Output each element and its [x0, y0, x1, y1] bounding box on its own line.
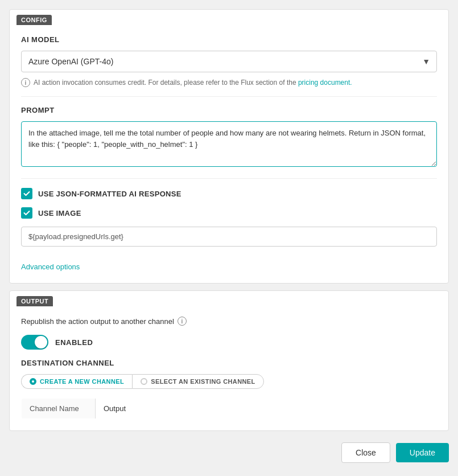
use-json-checkbox[interactable]: [21, 188, 32, 199]
ai-model-select-wrapper: Azure OpenAI (GPT-4o) ▼: [21, 51, 437, 72]
prompt-title: PROMPT: [21, 106, 437, 114]
config-tag: CONFIG: [16, 15, 52, 25]
radio-dot-existing: [141, 378, 147, 385]
ai-model-title: AI MODEL: [21, 35, 437, 44]
output-tag: OUTPUT: [16, 296, 53, 306]
radio-create-label: CREATE A NEW CHANNEL: [40, 378, 124, 385]
bottom-bar: Close Update: [9, 438, 449, 465]
update-button[interactable]: Update: [396, 443, 449, 462]
use-json-row: USE JSON-FORMATTED AI RESPONSE: [21, 188, 437, 199]
info-text: AI action invocation consumes credit. Fo…: [34, 79, 352, 87]
use-image-label: USE IMAGE: [38, 209, 81, 218]
toggle-knob: [35, 336, 47, 348]
destination-channel-title: DESTINATION CHANNEL: [21, 359, 437, 367]
republish-row: Republish the action output to another c…: [21, 317, 437, 326]
config-card: CONFIG AI MODEL Azure OpenAI (GPT-4o) ▼ …: [9, 9, 449, 284]
enabled-toggle[interactable]: [21, 335, 48, 350]
channel-name-value[interactable]: Output: [96, 399, 437, 419]
enabled-row: ENABLED: [21, 335, 437, 350]
output-card: OUTPUT Republish the action output to an…: [9, 290, 449, 431]
radio-select-existing[interactable]: SELECT AN EXISTING CHANNEL: [132, 374, 264, 389]
republish-label: Republish the action output to another c…: [21, 317, 174, 326]
channel-row: Channel Name Output: [22, 399, 437, 419]
enabled-label: ENABLED: [55, 338, 93, 347]
use-image-checkbox[interactable]: [21, 207, 32, 219]
radio-create-new[interactable]: CREATE A NEW CHANNEL: [21, 374, 132, 389]
info-icon: i: [21, 78, 30, 87]
radio-group: CREATE A NEW CHANNEL SELECT AN EXISTING …: [21, 374, 437, 389]
info-row: i AI action invocation consumes credit. …: [21, 78, 437, 87]
radio-dot-create: [30, 378, 36, 385]
use-json-label: USE JSON-FORMATTED AI RESPONSE: [38, 190, 181, 198]
ai-model-select[interactable]: Azure OpenAI (GPT-4o): [21, 51, 437, 72]
channel-name-header: Channel Name: [22, 399, 96, 419]
use-image-row: USE IMAGE: [21, 207, 437, 219]
close-button[interactable]: Close: [341, 442, 390, 463]
radio-existing-label: SELECT AN EXISTING CHANNEL: [151, 378, 255, 385]
image-url-input[interactable]: [21, 227, 437, 247]
advanced-options-link[interactable]: Advanced options: [21, 262, 80, 271]
republish-info-icon: i: [178, 317, 187, 326]
channel-table: Channel Name Output: [21, 398, 437, 419]
page-container: CONFIG AI MODEL Azure OpenAI (GPT-4o) ▼ …: [9, 9, 449, 465]
prompt-textarea[interactable]: In the attached image, tell me the total…: [21, 121, 437, 167]
pricing-link[interactable]: pricing document.: [298, 79, 352, 87]
